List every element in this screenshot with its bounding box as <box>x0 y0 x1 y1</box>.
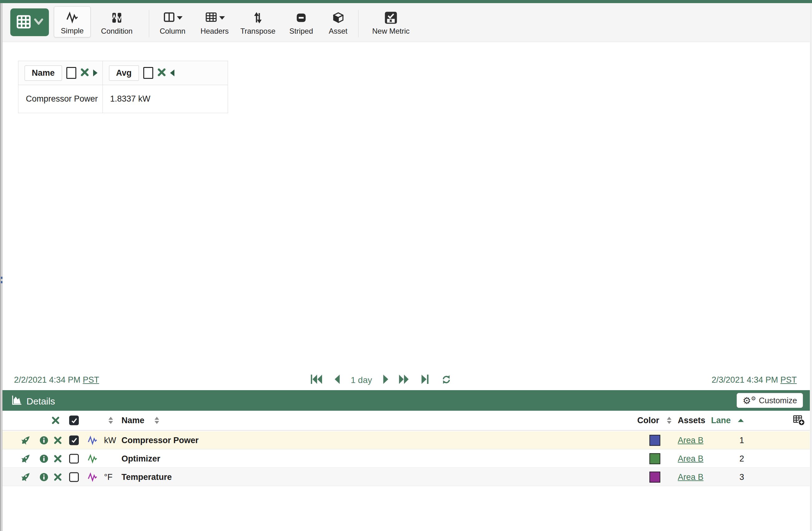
striped-icon <box>295 10 307 25</box>
toolbar-button-column[interactable]: Column <box>154 6 191 38</box>
toolbar-button-new-metric[interactable]: New Metric <box>366 6 416 38</box>
lane-number: 1 <box>739 435 744 445</box>
info-icon[interactable] <box>39 454 48 463</box>
step-forward-half-icon[interactable] <box>382 374 390 386</box>
toolbar-divider <box>358 10 359 38</box>
end-timezone-link[interactable]: PST <box>780 375 797 385</box>
move-column-right-icon[interactable] <box>93 70 98 76</box>
customize-label: Customize <box>759 396 797 405</box>
item-name: Optimizer <box>121 454 160 463</box>
color-swatch[interactable] <box>649 472 660 483</box>
toolbar-label-headers: Headers <box>201 27 229 35</box>
remove-name-column-icon[interactable] <box>81 68 89 77</box>
details-row-temperature[interactable]: °F Temperature Area B 3 <box>2 468 810 486</box>
details-header-assets[interactable]: Assets <box>678 416 706 425</box>
toolbar-button-condition[interactable]: Condition <box>94 6 140 38</box>
gears-icon: ⚙⚙ <box>742 396 756 405</box>
step-to-end-icon[interactable] <box>420 374 429 386</box>
table-grid-icon <box>16 14 31 31</box>
toolbar-label-asset: Asset <box>329 27 347 35</box>
time-range-bar: 2/2/2021 4:34 PM PST 1 day <box>2 371 810 390</box>
area-chart-icon <box>11 394 23 408</box>
toolbar-label-striped: Striped <box>289 27 313 35</box>
toolbar-label-condition: Condition <box>101 27 132 35</box>
chevron-down-icon <box>34 18 43 27</box>
toolbar-label-transpose: Transpose <box>241 27 276 35</box>
details-header-lane[interactable]: Lane <box>711 416 731 425</box>
remove-item-icon[interactable] <box>54 473 62 481</box>
scrollbar-track[interactable] <box>810 3 812 531</box>
row-checkbox[interactable] <box>69 472 79 482</box>
remove-all-icon[interactable] <box>52 417 59 425</box>
details-panel-header: Details ⚙⚙ Customize <box>2 390 810 411</box>
details-header-name[interactable]: Name <box>121 416 145 425</box>
color-swatch[interactable] <box>649 435 660 446</box>
details-row-compressor-power[interactable]: kW Compressor Power Area B 1 <box>2 431 810 449</box>
details-header-color[interactable]: Color <box>637 416 659 425</box>
remove-avg-column-icon[interactable] <box>158 68 166 77</box>
splitter-handle-dot <box>1 277 2 279</box>
signal-type-icon <box>87 472 98 482</box>
color-swatch[interactable] <box>649 453 660 464</box>
panel-splitter[interactable] <box>0 3 2 531</box>
move-column-left-icon[interactable] <box>170 70 174 76</box>
sort-color-icon[interactable] <box>666 416 672 425</box>
caret-down-icon <box>177 16 183 20</box>
start-datetime: 2/2/2021 4:34 PM <box>14 375 81 385</box>
step-back-half-icon[interactable] <box>333 374 341 386</box>
toolbar-button-asset[interactable]: Asset <box>323 6 353 38</box>
avg-column-button[interactable]: Avg <box>109 66 139 81</box>
select-all-checkbox[interactable] <box>69 416 79 425</box>
remove-item-icon[interactable] <box>54 455 62 462</box>
asset-link[interactable]: Area B <box>678 454 704 463</box>
summary-name-header-cell: Name <box>18 61 103 85</box>
duration-label[interactable]: 1 day <box>351 375 372 385</box>
add-column-icon[interactable] <box>793 415 805 426</box>
table-view-dropdown-button[interactable] <box>10 9 49 36</box>
unit-label: °F <box>104 472 113 482</box>
details-title: Details <box>11 394 55 408</box>
column-icon <box>163 11 175 25</box>
summary-avg-header-cell: Avg <box>102 61 228 85</box>
toolbar-button-transpose[interactable]: Transpose <box>238 6 278 38</box>
rocket-icon[interactable] <box>20 472 30 482</box>
summary-table-row: Compressor Power 1.8337 kW <box>18 85 228 113</box>
toolbar-button-simple[interactable]: Simple <box>54 6 91 38</box>
toolbar-label-column: Column <box>160 27 186 35</box>
remove-item-icon[interactable] <box>54 436 62 444</box>
asset-link[interactable]: Area B <box>678 435 704 445</box>
avg-column-checkbox[interactable] <box>143 67 153 79</box>
row-checkbox[interactable] <box>69 435 79 445</box>
details-row-optimizer[interactable]: Optimizer Area B 2 <box>2 450 810 468</box>
end-datetime: 2/3/2021 4:34 PM <box>712 375 778 385</box>
info-icon[interactable] <box>39 472 48 482</box>
customize-button[interactable]: ⚙⚙ Customize <box>737 393 803 408</box>
toolbar-button-headers[interactable]: Headers <box>196 6 233 38</box>
step-forward-full-icon[interactable] <box>398 374 409 386</box>
refresh-icon[interactable] <box>441 375 452 386</box>
summary-table: Name Avg Com <box>18 61 228 113</box>
sort-name-icon[interactable] <box>154 416 160 425</box>
top-accent-bar <box>0 0 812 3</box>
name-column-checkbox[interactable] <box>66 67 76 79</box>
transpose-arrows-icon <box>252 10 263 25</box>
toolbar-divider <box>149 10 149 38</box>
toolbar-label-simple: Simple <box>61 27 84 34</box>
unit-label: kW <box>104 435 116 445</box>
sort-ascending-icon[interactable] <box>738 418 744 423</box>
caret-down-icon <box>219 16 225 20</box>
asset-link[interactable]: Area B <box>678 472 704 482</box>
start-timezone-link[interactable]: PST <box>83 375 99 385</box>
sort-unit-icon[interactable] <box>108 416 114 425</box>
summary-avg-cell: 1.8337 kW <box>102 85 228 113</box>
step-back-full-icon[interactable] <box>310 374 323 386</box>
info-icon[interactable] <box>39 436 48 445</box>
toolbar-button-striped[interactable]: Striped <box>285 6 318 38</box>
rocket-icon[interactable] <box>20 435 30 445</box>
item-name: Compressor Power <box>121 435 199 445</box>
condition-bars-icon <box>111 10 123 25</box>
name-column-button[interactable]: Name <box>25 66 62 81</box>
row-checkbox[interactable] <box>69 454 79 463</box>
rocket-icon[interactable] <box>20 454 30 464</box>
headers-table-icon <box>205 11 218 25</box>
